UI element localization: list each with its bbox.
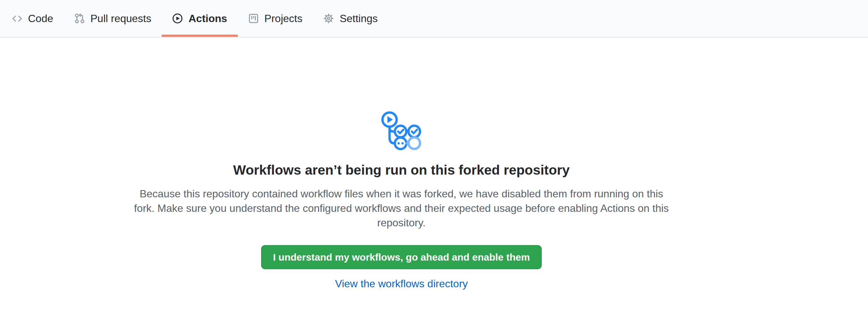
blankslate-heading: Workflows aren’t being run on this forke… xyxy=(233,161,570,179)
tab-pull-requests[interactable]: Pull requests xyxy=(64,0,162,37)
tab-label: Pull requests xyxy=(91,13,152,24)
tab-projects[interactable]: Projects xyxy=(238,0,313,37)
tab-label: Settings xyxy=(340,13,378,24)
tab-actions[interactable]: Actions xyxy=(162,0,238,37)
blankslate-description: Because this repository contained workfl… xyxy=(131,186,672,230)
repo-tab-nav: Code Pull requests Actions Projects xyxy=(0,0,868,37)
gear-icon xyxy=(323,13,334,24)
tab-label: Code xyxy=(28,13,53,24)
tab-code[interactable]: Code xyxy=(1,0,64,37)
view-workflows-directory-link[interactable]: View the workflows directory xyxy=(335,278,468,290)
actions-blankslate: Workflows aren’t being run on this forke… xyxy=(138,37,665,290)
project-board-icon xyxy=(248,13,259,24)
git-pull-request-icon xyxy=(74,13,85,24)
tab-label: Actions xyxy=(188,13,227,24)
workflow-icon xyxy=(381,111,422,150)
tab-label: Projects xyxy=(265,13,303,24)
play-circle-icon xyxy=(172,13,183,24)
enable-workflows-button[interactable]: I understand my workflows, go ahead and … xyxy=(261,245,542,269)
tab-settings[interactable]: Settings xyxy=(313,0,388,37)
code-icon xyxy=(12,13,22,24)
